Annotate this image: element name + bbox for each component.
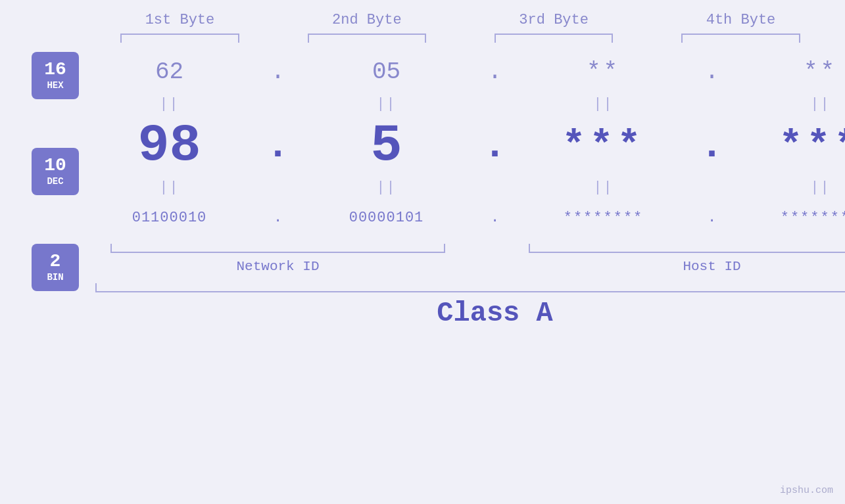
eq2-col4: ||: [730, 179, 845, 196]
dec-col2: 5: [296, 116, 477, 175]
eq1-col2: ||: [296, 96, 477, 112]
bin-badge-number: 2: [50, 252, 61, 272]
eq2-col1: ||: [79, 179, 260, 196]
dec-badge: 10 DEC: [32, 148, 79, 195]
byte-header-3: 3rd Byte: [476, 12, 632, 28]
host-id-label: Host ID: [513, 259, 845, 274]
eq1-col4: ||: [730, 96, 845, 112]
hex-dot3: .: [694, 58, 730, 85]
eq1-col3: ||: [513, 96, 694, 112]
class-a-row: Class A: [79, 294, 845, 333]
bin-badge-label: BIN: [47, 272, 63, 283]
dec-col1: 98: [79, 116, 260, 175]
hex-col4: **: [730, 58, 845, 85]
bin-dot1: .: [260, 210, 296, 226]
bin-col4: ********: [730, 210, 845, 226]
hex-col3: **: [513, 58, 694, 85]
network-id-label: Network ID: [79, 259, 477, 274]
bin-col3: ********: [513, 210, 694, 226]
hex-badge-label: HEX: [47, 80, 63, 91]
byte-header-1: 1st Byte: [102, 12, 258, 28]
dec-dot2: .: [477, 124, 513, 168]
eq2-col2: ||: [296, 179, 477, 196]
hex-dot2: .: [477, 58, 513, 85]
hex-badge: 16 HEX: [32, 52, 79, 99]
bin-col1: 01100010: [79, 210, 260, 226]
main-container: 1st Byte 2nd Byte 3rd Byte 4th Byte 16: [0, 0, 845, 504]
dec-col3: ***: [513, 124, 694, 168]
bin-dot2: .: [477, 210, 513, 226]
hex-dot1: .: [260, 58, 296, 85]
dec-badge-label: DEC: [47, 176, 63, 187]
watermark: ipshu.com: [780, 485, 833, 496]
dec-col4: ***: [730, 124, 845, 168]
dec-dot3: .: [694, 124, 730, 168]
class-label: Class A: [437, 298, 552, 329]
eq2-col3: ||: [513, 179, 694, 196]
hex-col2: 05: [296, 58, 477, 85]
byte-header-2: 2nd Byte: [289, 12, 445, 28]
bin-badge: 2 BIN: [32, 244, 79, 291]
hex-col1: 62: [79, 58, 260, 85]
dec-badge-number: 10: [44, 156, 66, 176]
eq1-col1: ||: [79, 96, 260, 112]
dec-dot1: .: [260, 124, 296, 168]
hex-badge-number: 16: [44, 60, 66, 80]
bin-col2: 00000101: [296, 210, 477, 226]
bin-dot3: .: [694, 210, 730, 226]
byte-header-4: 4th Byte: [663, 12, 819, 28]
